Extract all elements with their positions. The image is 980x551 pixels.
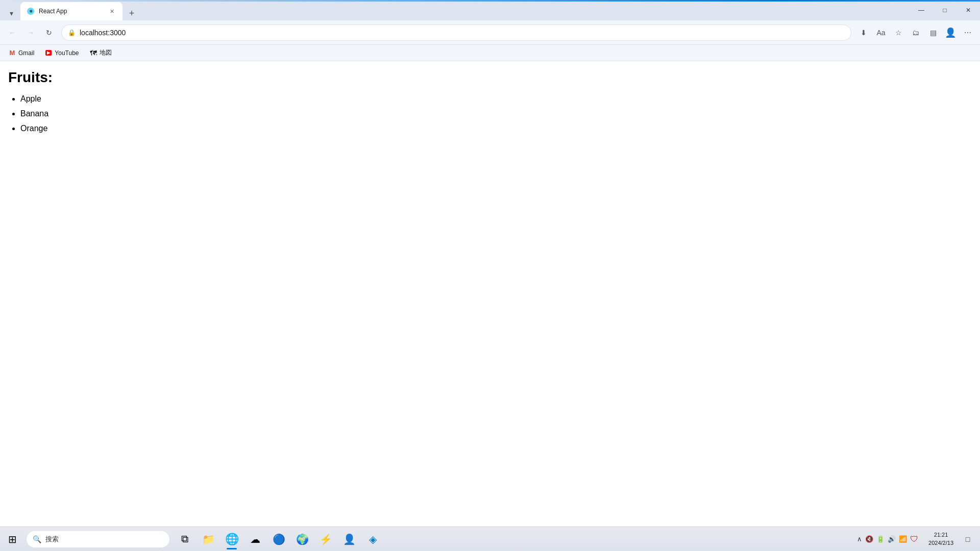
profile-button[interactable]: 👤	[942, 24, 959, 41]
tab-strip: ▾ ⚛ React App ✕ +	[4, 0, 139, 20]
clock-date: 2024/2/13	[928, 539, 953, 547]
list-item: Orange	[20, 121, 972, 136]
volume-icon[interactable]: 🔊	[888, 535, 896, 543]
collections-button[interactable]: 🗂	[908, 24, 924, 41]
screenshot-icon: ⬇	[861, 29, 867, 37]
taskview-button[interactable]: ⧉	[174, 528, 196, 550]
cloud-icon: ☁	[250, 533, 260, 545]
bookmark-gmail[interactable]: M Gmail	[4, 48, 38, 58]
list-item: Apple	[20, 92, 972, 107]
vscode-button[interactable]: ◈	[361, 528, 384, 550]
plus-icon: +	[129, 8, 135, 19]
taskbar-apps: ⧉ 📁 🌐 ☁ 🔵 🌍 ⚡ 👤 ◈	[174, 528, 384, 550]
lock-icon: 🔒	[68, 29, 76, 36]
app7-button[interactable]: ⚡	[314, 528, 337, 550]
edge-icon: 🌐	[225, 533, 239, 546]
title-bar: ▾ ⚛ React App ✕ + — □ ✕	[0, 0, 980, 20]
back-button[interactable]: ←	[4, 24, 20, 41]
tab-title: React App	[39, 8, 103, 15]
network-icon[interactable]: 📶	[899, 535, 907, 543]
search-icon: 🔍	[33, 535, 41, 543]
taskbar-search[interactable]: 🔍 搜索	[27, 531, 169, 547]
nav-action-buttons: ⬇ Aa ☆ 🗂 ▤ 👤 ⋯	[855, 24, 976, 41]
screenshot-button[interactable]: ⬇	[855, 24, 872, 41]
app5-icon: 🔵	[273, 533, 285, 545]
close-button[interactable]: ✕	[957, 0, 980, 20]
more-icon: ⋯	[964, 29, 971, 37]
active-tab[interactable]: ⚛ React App ✕	[20, 2, 122, 20]
tab-strip-area: ▾ ⚛ React App ✕ +	[0, 0, 910, 20]
address-text: localhost:3000	[80, 29, 845, 37]
battery-icon[interactable]: 🔋	[876, 535, 885, 543]
onedrive-button[interactable]: ☁	[244, 528, 266, 550]
translate-button[interactable]: Aa	[873, 24, 889, 41]
react-favicon-icon: ⚛	[27, 8, 34, 15]
maximize-button[interactable]: □	[933, 0, 957, 20]
settings-button[interactable]: ⋯	[960, 24, 976, 41]
youtube-favicon-icon: ▶	[44, 49, 53, 57]
system-tray: ∧ 🔇 🔋 🔊 📶 🛡	[853, 535, 922, 544]
taskbar-right: ∧ 🔇 🔋 🔊 📶 🛡 21:21 2024/2/13 □	[853, 527, 980, 552]
forward-icon: →	[27, 29, 34, 37]
loading-bar	[0, 0, 980, 2]
list-item: Banana	[20, 107, 972, 121]
chevron-down-icon: ▾	[10, 9, 13, 17]
close-icon: ✕	[966, 7, 971, 14]
bookmark-youtube[interactable]: ▶ YouTube	[40, 48, 83, 58]
window-controls: — □ ✕	[910, 0, 980, 20]
bookmark-youtube-label: YouTube	[55, 49, 79, 57]
chevron-up-icon[interactable]: ∧	[857, 535, 862, 543]
maps-favicon-icon: 🗺	[89, 49, 97, 57]
tab-close-button[interactable]: ✕	[107, 7, 116, 16]
translate-icon: Aa	[876, 29, 885, 37]
edge-browser-button[interactable]: 🌐	[220, 528, 243, 550]
file-explorer-button[interactable]: 📁	[197, 528, 219, 550]
back-icon: ←	[9, 29, 16, 37]
new-tab-button[interactable]: +	[125, 6, 139, 20]
search-text: 搜索	[45, 535, 59, 544]
notification-button[interactable]: □	[960, 527, 976, 552]
nav-bar: ← → ↻ 🔒 localhost:3000 ⬇ Aa ☆ 🗂 ▤ 👤 ⋯	[0, 20, 980, 45]
gmail-favicon-icon: M	[8, 49, 16, 57]
avatar-icon: 👤	[343, 533, 356, 545]
tab-favicon: ⚛	[27, 7, 35, 15]
star-icon: ☆	[895, 29, 902, 37]
taskbar: ⊞ 🔍 搜索 ⧉ 📁 🌐 ☁ 🔵 🌍 ⚡ 👤 ◈	[0, 527, 980, 551]
fruits-list: Apple Banana Orange	[8, 92, 972, 136]
collections-icon: 🗂	[912, 29, 919, 37]
favorites-button[interactable]: ☆	[890, 24, 906, 41]
taskview-icon: ⧉	[181, 533, 188, 545]
reload-icon: ↻	[46, 29, 52, 37]
bookmark-gmail-label: Gmail	[18, 49, 34, 57]
minimize-icon: —	[918, 7, 924, 14]
bookmarks-bar: M Gmail ▶ YouTube 🗺 地図	[0, 45, 980, 61]
reload-button[interactable]: ↻	[41, 24, 57, 41]
page-content: Fruits: Apple Banana Orange	[0, 61, 980, 531]
chrome-button[interactable]: 🌍	[291, 528, 313, 550]
address-bar[interactable]: 🔒 localhost:3000	[61, 24, 851, 41]
clock[interactable]: 21:21 2024/2/13	[924, 531, 958, 547]
sidebar-button[interactable]: ▤	[925, 24, 941, 41]
windows-icon: ⊞	[8, 533, 17, 545]
app5-button[interactable]: 🔵	[267, 528, 290, 550]
vscode-icon: ◈	[369, 533, 377, 545]
profile-icon: 👤	[945, 27, 956, 38]
minimize-button[interactable]: —	[910, 0, 933, 20]
folder-icon: 📁	[202, 533, 215, 545]
fruits-heading: Fruits:	[8, 69, 972, 86]
forward-button[interactable]: →	[22, 24, 39, 41]
bookmark-maps-label: 地図	[100, 48, 112, 57]
start-button[interactable]: ⊞	[0, 527, 24, 552]
app7-icon: ⚡	[320, 533, 332, 545]
chrome-icon: 🌍	[296, 533, 309, 545]
avatar-button[interactable]: 👤	[338, 528, 360, 550]
maximize-icon: □	[943, 7, 946, 14]
clock-time: 21:21	[934, 531, 948, 539]
tab-expand-button[interactable]: ▾	[4, 6, 18, 20]
bookmark-maps[interactable]: 🗺 地図	[85, 47, 116, 58]
sidebar-icon: ▤	[930, 29, 937, 37]
notification-icon: □	[966, 535, 970, 543]
mute-icon[interactable]: 🔇	[865, 535, 873, 543]
shield-icon: 🛡	[910, 535, 918, 544]
